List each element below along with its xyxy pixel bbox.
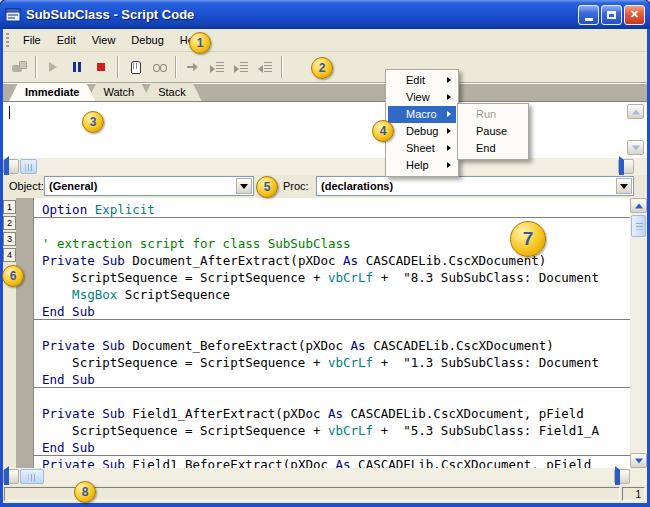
step-out-button[interactable] — [253, 55, 277, 79]
code-line[interactable]: ScriptSequence = ScriptSequence + vbCrLf… — [34, 354, 630, 371]
callout-badge-2: 2 — [311, 57, 333, 79]
code-vertical-scrollbar[interactable] — [630, 198, 647, 468]
tab-strip: ImmediateWatchStack — [3, 83, 647, 101]
scroll-down-button[interactable] — [627, 140, 644, 155]
step-out-icon — [257, 59, 273, 75]
menu-item-label: Sheet — [406, 142, 435, 154]
pause-button[interactable] — [65, 55, 89, 79]
menu-item-debug[interactable]: Debug — [123, 31, 171, 49]
scroll-up-button[interactable] — [627, 104, 644, 119]
object-combobox[interactable]: (General) — [44, 176, 254, 196]
break-button[interactable] — [123, 55, 147, 79]
scrollbar-thumb[interactable] — [20, 159, 37, 174]
maximize-icon — [607, 11, 616, 19]
submenu-arrow-icon — [447, 145, 451, 151]
submenu-item-run[interactable]: Run — [460, 106, 526, 123]
tab-stack[interactable]: Stack — [142, 83, 202, 101]
breakpoint-margin[interactable] — [16, 198, 34, 468]
scroll-down-button[interactable] — [630, 453, 647, 468]
object-proc-row: Object: (General) Proc: (declarations) — [3, 175, 647, 198]
chevron-down-icon[interactable] — [616, 178, 632, 194]
toolbar-separator — [281, 56, 283, 78]
status-bar: 1 — [3, 485, 647, 503]
close-button[interactable]: ✕ — [624, 5, 645, 25]
scroll-left-button[interactable] — [3, 159, 19, 174]
run-button[interactable] — [41, 55, 65, 79]
context-menu-item-help[interactable]: Help — [388, 157, 456, 174]
submenu-arrow-icon — [447, 128, 451, 134]
menu-item-view[interactable]: View — [84, 31, 124, 49]
code-line[interactable]: End Sub — [34, 303, 630, 320]
object-value: (General) — [49, 180, 97, 192]
context-menu-item-macro[interactable]: Macro — [388, 106, 456, 123]
tab-watch[interactable]: Watch — [87, 83, 150, 101]
context-menu-item-debug[interactable]: Debug — [388, 123, 456, 140]
line-number-gutter[interactable]: 1234 — [3, 198, 16, 468]
code-line[interactable]: ScriptSequence = ScriptSequence + vbCrLf… — [34, 269, 630, 286]
line-number-box[interactable]: 3 — [3, 232, 16, 246]
line-number-box[interactable]: 2 — [3, 216, 16, 230]
title-bar[interactable]: SubSubClass - Script Code ✕ — [0, 0, 650, 29]
proc-value: (declarations) — [321, 180, 393, 192]
code-line[interactable]: Private Sub Field1_BeforeExtract(pXDoc A… — [34, 456, 630, 468]
menubar-grip[interactable] — [6, 33, 9, 47]
context-menu-item-edit[interactable]: Edit — [388, 72, 456, 89]
stop-button[interactable] — [89, 55, 113, 79]
step-over-button[interactable] — [229, 55, 253, 79]
code-line[interactable]: ScriptSequence = ScriptSequence + vbCrLf… — [34, 422, 630, 439]
menu-item-label: View — [406, 91, 430, 103]
scroll-right-button[interactable] — [618, 159, 634, 174]
code-line[interactable]: End Sub — [34, 371, 630, 388]
chevron-down-icon[interactable] — [236, 178, 252, 194]
step-button[interactable] — [181, 55, 205, 79]
proc-combobox[interactable]: (declarations) — [316, 176, 634, 196]
code-line[interactable]: Option Explicit — [34, 201, 630, 218]
callout-badge-7: 7 — [510, 221, 546, 257]
code-line[interactable]: Private Sub Field1_AfterExtract(pXDoc As… — [34, 405, 630, 422]
toolbar-separator — [117, 56, 119, 78]
callout-badge-5: 5 — [256, 176, 278, 198]
script-editor-window: SubSubClass - Script Code ✕ FileEditView… — [0, 0, 650, 507]
minimize-button[interactable] — [578, 5, 599, 25]
submenu-arrow-icon — [447, 77, 451, 83]
scroll-right-button[interactable] — [614, 469, 630, 484]
scroll-up-button[interactable] — [630, 198, 647, 213]
context-menu-item-sheet[interactable]: Sheet — [388, 140, 456, 157]
scrollbar-thumb[interactable] — [631, 215, 646, 237]
scrollbar-thumb[interactable] — [20, 469, 44, 484]
menu-item-file[interactable]: File — [15, 31, 49, 49]
code-line[interactable] — [34, 388, 630, 405]
step-over-icon — [233, 59, 249, 75]
menu-bar: FileEditViewDebugHelp — [3, 29, 647, 52]
line-number-box[interactable]: 4 — [3, 248, 16, 262]
immediate-horizontal-scrollbar[interactable] — [3, 158, 647, 175]
context-menu: EditViewMacroDebugSheetHelp — [385, 69, 459, 177]
tab-immediate[interactable]: Immediate — [9, 83, 95, 101]
watch-button[interactable] — [147, 55, 171, 79]
stop-icon — [93, 59, 109, 75]
code-horizontal-scrollbar[interactable] — [3, 468, 647, 485]
dialog-editor-icon — [291, 59, 307, 75]
code-line[interactable]: Private Sub Document_AfterExtract(pXDoc … — [34, 252, 630, 269]
scroll-left-button[interactable] — [3, 469, 19, 484]
object-label: Object: — [9, 180, 44, 192]
step-into-icon — [209, 59, 225, 75]
step-into-button[interactable] — [205, 55, 229, 79]
line-number-box[interactable]: 1 — [3, 200, 16, 214]
immediate-vertical-scrollbar[interactable] — [627, 104, 644, 156]
code-line[interactable]: Private Sub Document_BeforeExtract(pXDoc… — [34, 337, 630, 354]
dialog-editor-button[interactable] — [287, 55, 311, 79]
code-line[interactable]: End Sub — [34, 439, 630, 456]
submenu-item-pause[interactable]: Pause — [460, 123, 526, 140]
break-icon — [127, 59, 143, 75]
callout-badge-6: 6 — [2, 265, 24, 287]
submenu-item-end[interactable]: End — [460, 140, 526, 157]
code-line[interactable]: MsgBox ScriptSequence — [34, 286, 630, 303]
maximize-button[interactable] — [601, 5, 622, 25]
code-line[interactable] — [34, 320, 630, 337]
macro-submenu: RunPauseEnd — [457, 103, 529, 160]
edit-macro-button[interactable] — [7, 55, 31, 79]
menu-item-edit[interactable]: Edit — [49, 31, 84, 49]
context-menu-item-view[interactable]: View — [388, 89, 456, 106]
menu-item-label: Help — [406, 159, 429, 171]
